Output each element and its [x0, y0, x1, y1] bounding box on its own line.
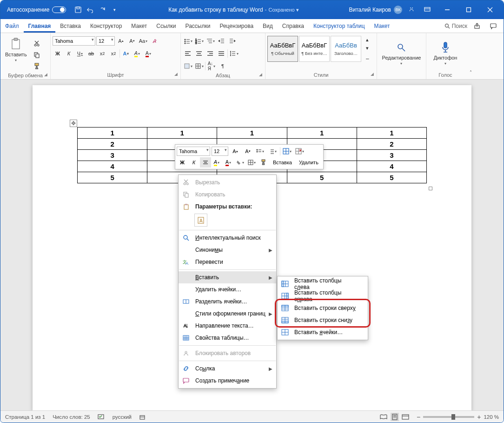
- editing-button[interactable]: Редактирование ▾: [379, 39, 424, 67]
- paste-opt-keep-source[interactable]: A: [194, 214, 207, 227]
- tab-file[interactable]: Файл: [0, 19, 24, 33]
- save-icon[interactable]: [74, 6, 82, 13]
- cut-icon[interactable]: [32, 39, 42, 49]
- zoom-slider[interactable]: [423, 416, 474, 418]
- copy-icon[interactable]: [32, 50, 42, 60]
- style-heading[interactable]: АаБбВвЗаголово…: [331, 36, 361, 62]
- ctx-translate[interactable]: 文AПеревести: [179, 256, 276, 268]
- launcher-icon[interactable]: ◢: [44, 72, 47, 77]
- line-spacing-icon[interactable]: [229, 48, 239, 59]
- status-page[interactable]: Страница 1 из 1: [5, 414, 45, 420]
- superscript-button[interactable]: x2: [108, 48, 119, 59]
- mini-font-color-icon[interactable]: A: [223, 157, 234, 168]
- mini-delete-label[interactable]: Удалить: [296, 157, 322, 168]
- highlight-icon[interactable]: A: [132, 48, 142, 59]
- tab-home[interactable]: Главная: [24, 19, 56, 33]
- table-resize-handle[interactable]: [429, 187, 432, 190]
- maximize-button[interactable]: [458, 0, 479, 19]
- launcher-icon[interactable]: ◢: [174, 72, 178, 76]
- mini-grow-font[interactable]: A▴: [230, 146, 241, 156]
- borders-icon[interactable]: [194, 61, 204, 71]
- mini-numbering-icon[interactable]: [267, 146, 279, 156]
- decrease-indent-icon[interactable]: [216, 36, 226, 46]
- saved-status[interactable]: Сохранено ▾: [269, 7, 299, 13]
- mini-insert-label[interactable]: Вставка: [270, 157, 295, 168]
- tab-table-design[interactable]: Конструктор таблиц: [309, 19, 370, 33]
- status-words[interactable]: Число слов: 25: [53, 414, 90, 420]
- undo-icon[interactable]: [86, 6, 94, 13]
- status-spellcheck-icon[interactable]: [98, 414, 105, 420]
- ctx-table-props[interactable]: Свойства таблицы…: [179, 332, 276, 344]
- zoom-value[interactable]: 120 %: [484, 414, 499, 420]
- style-normal[interactable]: АаБбВвГ¶ Обычный: [267, 36, 298, 62]
- launcher-icon[interactable]: ◢: [259, 72, 262, 77]
- dictate-button[interactable]: Диктофон ▾: [431, 39, 460, 67]
- underline-button[interactable]: Ч: [75, 48, 85, 59]
- search-box[interactable]: Поиск: [444, 23, 467, 29]
- collapse-ribbon-icon[interactable]: ˄: [465, 67, 476, 77]
- subscript-button[interactable]: x2: [97, 48, 107, 59]
- qat-dropdown-icon[interactable]: ▾: [111, 6, 118, 13]
- show-marks-icon[interactable]: ¶: [218, 61, 228, 71]
- change-case-icon[interactable]: Aa: [138, 36, 148, 46]
- grow-font-icon[interactable]: A▴: [116, 36, 126, 46]
- share-button[interactable]: [472, 20, 483, 32]
- increase-indent-icon[interactable]: [227, 36, 238, 46]
- multilevel-icon[interactable]: [205, 36, 215, 46]
- mini-font-family[interactable]: Tahoma: [177, 147, 210, 156]
- sub-cols-right[interactable]: Вставить столбцы справа: [278, 290, 368, 302]
- ctx-text-direction[interactable]: АНаправление текста…: [179, 320, 276, 332]
- mini-bullets-icon[interactable]: [255, 146, 266, 156]
- tab-help[interactable]: Справка: [278, 19, 309, 33]
- page[interactable]: ✥ 11111 22 33 44 55555 Tahoma 12 A▴ A▾: [33, 85, 471, 410]
- shading-icon[interactable]: [183, 61, 193, 71]
- tab-review[interactable]: Рецензирова: [215, 19, 258, 33]
- tab-view[interactable]: Вид: [258, 19, 278, 33]
- mini-shrink-font[interactable]: A▾: [242, 146, 253, 156]
- launcher-icon[interactable]: ◢: [371, 72, 374, 76]
- ctx-new-comment[interactable]: Создать примечание: [179, 375, 276, 387]
- strike-button[interactable]: ab: [86, 48, 96, 59]
- coming-soon-icon[interactable]: [408, 6, 415, 13]
- sub-cols-left[interactable]: Вставить столбцы слева: [278, 278, 368, 290]
- font-color-icon[interactable]: A: [143, 48, 153, 59]
- mini-delete-icon[interactable]: [294, 146, 305, 156]
- tab-layout[interactable]: Макет: [126, 19, 152, 33]
- tab-table-layout[interactable]: Макет: [370, 19, 395, 33]
- paste-button[interactable]: Вставить ▾: [2, 36, 30, 64]
- status-accessibility-icon[interactable]: [139, 414, 146, 420]
- ctx-split-cells[interactable]: Разделить ячейки…: [179, 295, 276, 308]
- redo-icon[interactable]: [99, 6, 106, 13]
- comments-button[interactable]: [488, 20, 499, 32]
- ctx-smart-lookup[interactable]: Интеллектуальный поиск: [179, 232, 276, 244]
- ctx-insert[interactable]: Вставить▶: [179, 271, 276, 283]
- mini-align-center-icon[interactable]: [200, 157, 211, 168]
- ribbon-display-icon[interactable]: [424, 6, 431, 13]
- styles-gallery-nav[interactable]: ▴ ▾ ⎯: [362, 36, 372, 60]
- toggle-switch-icon[interactable]: [52, 7, 66, 13]
- tab-references[interactable]: Ссылки: [152, 19, 180, 33]
- style-no-spacing[interactable]: АаБбВвГ¶ Без инте…: [299, 36, 330, 62]
- status-language[interactable]: русский: [113, 414, 132, 420]
- bullets-icon[interactable]: [183, 36, 193, 46]
- sub-rows-above[interactable]: Вставить строки сверху: [278, 302, 368, 314]
- autosave-toggle[interactable]: Автосохранение: [7, 7, 66, 13]
- table-move-handle[interactable]: ✥: [70, 120, 77, 127]
- ctx-border-styles[interactable]: Стили оформления границ▶: [179, 308, 276, 320]
- clear-format-icon[interactable]: A̷: [149, 36, 159, 46]
- print-layout-icon[interactable]: [391, 413, 399, 421]
- ctx-link[interactable]: Ссылка▶: [179, 363, 276, 375]
- tab-insert[interactable]: Вставка: [55, 19, 86, 33]
- ctx-cut[interactable]: Вырезать: [179, 176, 276, 188]
- minimize-button[interactable]: [437, 0, 458, 19]
- web-layout-icon[interactable]: [402, 414, 409, 420]
- text-effects-icon[interactable]: A: [121, 48, 131, 59]
- mini-shading-icon[interactable]: [235, 157, 246, 168]
- mini-borders-icon[interactable]: [246, 157, 258, 168]
- bold-button[interactable]: Ж: [53, 48, 63, 59]
- tab-design[interactable]: Конструктор: [86, 19, 126, 33]
- mini-format-painter-icon[interactable]: [258, 157, 269, 168]
- italic-button[interactable]: К: [64, 48, 74, 59]
- sort-icon[interactable]: А↓Я: [206, 61, 217, 71]
- zoom-in[interactable]: +: [477, 413, 481, 421]
